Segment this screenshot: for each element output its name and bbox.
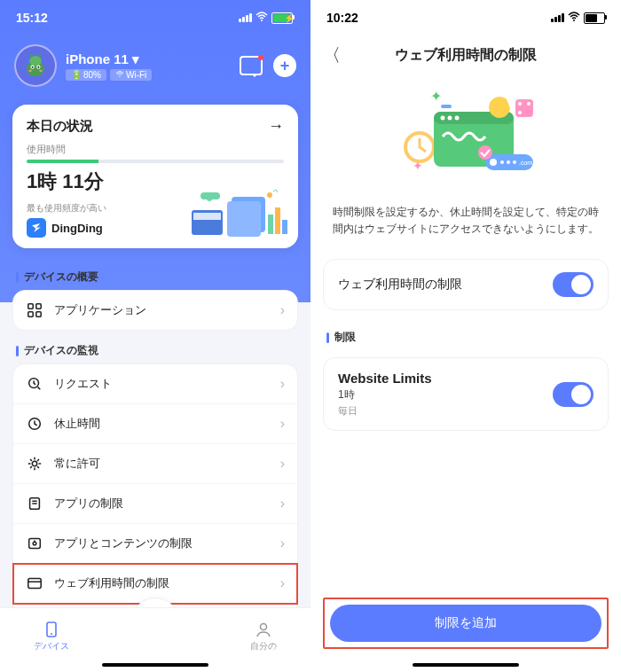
status-time: 10:22 xyxy=(326,11,358,25)
svg-rect-49 xyxy=(515,99,533,117)
device-avatar[interactable] xyxy=(14,44,57,87)
cta-wrapper: 制限を追加 xyxy=(310,590,621,656)
svg-point-35 xyxy=(261,624,267,630)
home-indicator xyxy=(102,663,208,667)
messages-icon[interactable] xyxy=(240,56,263,75)
hourglass-icon xyxy=(26,495,43,512)
svg-point-0 xyxy=(261,20,263,21)
charging-icon: ⚡ xyxy=(284,13,295,23)
svg-point-51 xyxy=(527,102,531,105)
signal-icon xyxy=(239,13,252,22)
limit-frequency: 毎日 xyxy=(338,404,432,418)
svg-rect-11 xyxy=(227,201,261,237)
svg-point-26 xyxy=(32,461,36,465)
tab-device[interactable]: デバイス xyxy=(34,621,69,652)
svg-text:✦: ✦ xyxy=(430,89,442,104)
page-header: 〈 ウェブ利用時間の制限 xyxy=(310,35,621,74)
status-bar: 15:12 ⚡ xyxy=(0,0,310,35)
svg-rect-28 xyxy=(29,539,41,549)
request-item[interactable]: リクエスト › xyxy=(13,364,297,404)
limit-item-card[interactable]: Website Limits 1時 毎日 xyxy=(323,357,609,431)
svg-point-47 xyxy=(513,160,516,164)
svg-point-50 xyxy=(518,102,522,105)
status-time: 15:12 xyxy=(16,11,48,25)
app-limit-item[interactable]: アプリの制限 › xyxy=(13,484,297,524)
svg-point-45 xyxy=(500,160,504,164)
svg-point-53 xyxy=(478,145,492,160)
svg-point-7 xyxy=(28,70,31,72)
applications-item[interactable]: アプリケーション › xyxy=(13,291,297,330)
gear-icon xyxy=(26,455,43,473)
device-name-dropdown[interactable]: iPhone 11 ▾ xyxy=(66,51,152,67)
svg-point-52 xyxy=(518,111,522,114)
today-status-card[interactable]: 本日の状況 → 使用時間 1時 11分 最も使用頻度が高い DingDing xyxy=(12,105,298,248)
battery-badge: 🔋80% xyxy=(66,69,106,81)
chevron-right-icon: › xyxy=(280,456,285,472)
svg-rect-15 xyxy=(275,207,280,234)
dingding-app-icon xyxy=(27,218,46,238)
section-limits: 制限 xyxy=(310,317,621,350)
usage-progress xyxy=(27,160,284,163)
tab-mine[interactable]: 自分の xyxy=(250,621,277,652)
svg-point-6 xyxy=(37,66,39,68)
always-allow-item[interactable]: 常に許可 › xyxy=(13,444,297,484)
today-title: 本日の状況 xyxy=(27,118,93,135)
status-bar: 10:22 xyxy=(310,0,621,35)
overview-list: アプリケーション › xyxy=(12,290,298,331)
limit-item-toggle[interactable] xyxy=(553,382,593,407)
svg-text:✦: ✦ xyxy=(413,159,423,173)
svg-point-2 xyxy=(29,56,42,66)
add-limit-button[interactable]: 制限を追加 xyxy=(330,605,601,642)
svg-point-44 xyxy=(490,159,497,166)
profile-tab-icon xyxy=(255,621,272,638)
svg-point-40 xyxy=(441,116,445,121)
battery-icon xyxy=(584,12,605,24)
svg-rect-13 xyxy=(193,213,221,220)
add-button[interactable]: + xyxy=(273,54,296,77)
illustration-icon xyxy=(183,188,289,241)
chevron-down-icon: ▾ xyxy=(132,51,139,67)
chevron-right-icon: › xyxy=(280,302,285,318)
svg-rect-16 xyxy=(282,220,287,234)
screen-web-time-limit: 10:22 〈 ウェブ利用時間の制限 .com xyxy=(310,0,621,672)
svg-point-34 xyxy=(51,633,52,635)
browser-icon xyxy=(26,574,43,592)
svg-rect-19 xyxy=(200,192,220,199)
home-indicator xyxy=(413,663,519,667)
svg-rect-21 xyxy=(36,304,41,309)
svg-rect-22 xyxy=(28,312,33,316)
device-header: iPhone 11 ▾ 🔋80% Wi-Fi + xyxy=(0,35,310,96)
master-toggle-label: ウェブ利用時間の制限 xyxy=(338,277,462,293)
master-toggle[interactable] xyxy=(553,272,593,297)
svg-rect-56 xyxy=(441,105,452,108)
back-button[interactable]: 〈 xyxy=(323,43,341,67)
section-device-monitor: デバイスの監視 xyxy=(0,331,310,363)
screen-device-dashboard: 15:12 ⚡ iPhone 11 ▾ 🔋80% xyxy=(0,0,310,672)
downtime-item[interactable]: 休止時間 › xyxy=(13,404,297,444)
status-icons: ⚡ xyxy=(239,12,295,25)
content-limit-item[interactable]: アプリとコンテンツの制限 › xyxy=(13,524,297,564)
most-used-app: DingDing xyxy=(51,222,103,235)
wifi-badge: Wi-Fi xyxy=(110,69,152,81)
svg-point-41 xyxy=(448,116,452,121)
limit-time: 1時 xyxy=(338,387,432,402)
chevron-right-icon: › xyxy=(280,496,285,512)
status-icons xyxy=(551,11,605,25)
section-device-overview: デバイスの概要 xyxy=(0,257,310,290)
svg-rect-20 xyxy=(28,304,33,309)
signal-icon xyxy=(551,13,564,22)
chevron-right-icon: › xyxy=(280,416,285,432)
apps-grid-icon xyxy=(26,301,43,319)
svg-point-8 xyxy=(39,70,42,72)
limit-name: Website Limits xyxy=(338,371,432,386)
wifi-icon xyxy=(568,11,580,25)
svg-point-42 xyxy=(455,116,460,121)
svg-text:.com: .com xyxy=(519,160,532,166)
request-icon xyxy=(26,375,43,393)
svg-point-18 xyxy=(267,192,272,198)
wifi-icon xyxy=(255,12,268,25)
clock-icon xyxy=(26,415,43,433)
chevron-right-icon: › xyxy=(280,575,285,591)
svg-rect-23 xyxy=(36,312,41,316)
svg-point-5 xyxy=(32,66,34,68)
